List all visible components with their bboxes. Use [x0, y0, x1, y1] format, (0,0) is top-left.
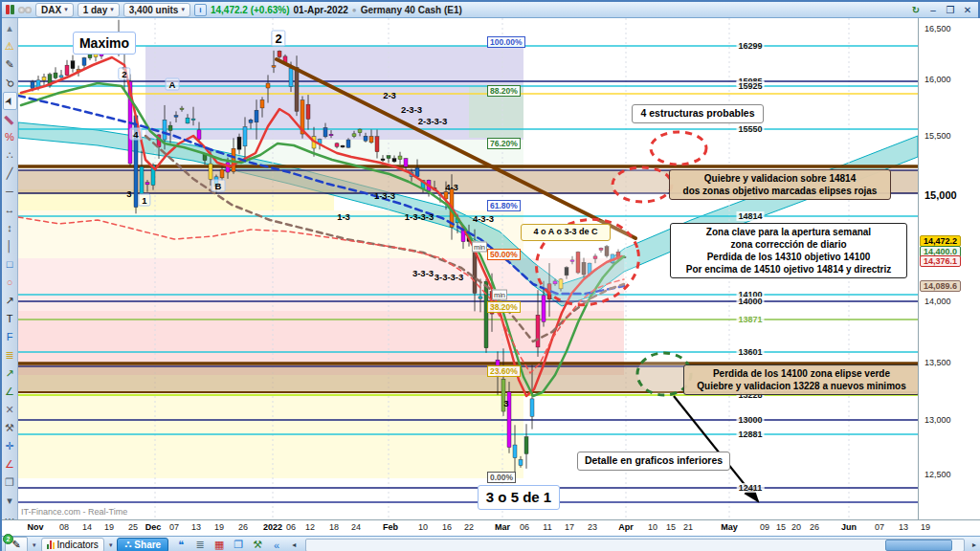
news-icon[interactable]: ≣ — [192, 539, 208, 551]
backtest-icon[interactable]: ⚒ — [250, 539, 265, 551]
bottom-toolbar: ✎2 ▾ Indicators ▾ ∴Share ❝≣▦❐⚒« ◂ ▸ — [2, 536, 980, 551]
tools-icon[interactable]: ⚒ — [3, 419, 17, 437]
collapse-arrow-icon[interactable]: ▴ — [3, 19, 17, 37]
market-name: Germany 40 Cash (E1) — [361, 5, 462, 15]
date-tick: 08 — [59, 522, 69, 532]
restore-button[interactable]: ❐ — [944, 4, 957, 16]
price-tick: 16,000 — [924, 75, 951, 84]
last-price: 14,472.2 (+0.63%) — [211, 5, 290, 15]
comment-icon[interactable]: ❝ — [173, 539, 189, 551]
indicators-button[interactable]: Indicators — [41, 538, 104, 551]
date-tick: 22 — [464, 522, 474, 532]
arrow-tool-icon[interactable]: ↗ — [3, 292, 17, 310]
price-tick: 16,500 — [924, 24, 951, 33]
duplicate-icon[interactable]: ❐ — [3, 474, 17, 492]
fib-fan-icon[interactable]: ≣ — [3, 346, 17, 364]
gann-angle-icon[interactable]: ∠ — [3, 383, 17, 401]
indicators-icon — [47, 540, 55, 549]
current-price-badge: 14,376.1 — [920, 255, 961, 267]
ellipse-tool-icon[interactable]: ○ — [3, 274, 17, 292]
date-tick: 23 — [588, 522, 597, 532]
price-tick: 12,500 — [924, 470, 951, 479]
date-tick: 12 — [305, 522, 315, 532]
date-tick: Jun — [841, 522, 857, 532]
date-tick: 07 — [169, 522, 179, 532]
date-tick: Mar — [495, 522, 510, 532]
prorealtime-window: 1629915985159251555015000148141410014000… — [0, 0, 980, 551]
drawing-toolbar: ▴⚠✎⚲➤▬%∴╱─↔↕│□○↗TF≣↗∠✕⚒✛∠❐▾⋯ — [2, 18, 18, 536]
minimize-button[interactable]: – — [926, 4, 940, 16]
delete-trash-icon[interactable]: ✕ — [3, 401, 17, 419]
angle-measure-icon[interactable]: ∠ — [3, 455, 17, 474]
date-tick: 19 — [104, 522, 114, 532]
horizontal-segment-icon[interactable]: ↔ — [3, 201, 17, 219]
draw-manager-caret[interactable]: ▾ — [33, 541, 36, 549]
chart-canvas[interactable] — [18, 18, 918, 519]
date-tick: 19 — [214, 522, 224, 532]
date-tick: Dec — [145, 522, 162, 532]
more-tools-icon[interactable]: ▾ — [3, 492, 17, 510]
date-tick: Apr — [618, 522, 634, 532]
refresh-icon[interactable]: ↻ — [909, 4, 923, 16]
date-tick: Nov — [27, 522, 43, 532]
price-tick: 15,000 — [924, 189, 957, 201]
capture-icon[interactable]: ❐ — [231, 539, 246, 551]
date-tick: 18 — [329, 522, 339, 532]
date-tick: 13 — [899, 522, 908, 532]
date-tick: 25 — [128, 522, 138, 532]
timeframe-select[interactable]: 1 day▾ — [78, 3, 120, 17]
date-tick: 24 — [351, 522, 361, 532]
text-tool-icon[interactable]: T — [3, 310, 17, 328]
instrument-select[interactable]: DAX▾ — [35, 3, 74, 17]
move-icon[interactable]: ✛ — [3, 437, 17, 455]
date-tick: 21 — [683, 522, 693, 532]
close-button[interactable]: ✕ — [961, 4, 974, 16]
collapse-left-icon[interactable]: « — [269, 540, 284, 551]
draw-manager-button[interactable]: ✎2 — [5, 537, 28, 551]
time-scrollbar[interactable] — [305, 539, 965, 551]
vertical-line-icon[interactable]: │ — [3, 237, 17, 255]
date-tick: Feb — [383, 522, 398, 532]
date-tick: 15 — [666, 522, 676, 532]
titlebar: DAX▾ 1 day▾ 3,400 units▾ i 14,472.2 (+0.… — [2, 2, 978, 18]
cursor-icon[interactable]: ➤ — [3, 92, 17, 110]
units-select[interactable]: 3,400 units▾ — [123, 3, 190, 17]
watermark: IT-Finance.com - Real-Time — [21, 507, 127, 517]
date-tick: 06 — [286, 522, 296, 532]
scroll-left-arrow[interactable]: ◂ — [289, 540, 299, 549]
date-tick: 17 — [565, 522, 574, 532]
scroll-right-arrow[interactable]: ▸ — [969, 540, 979, 549]
ruler-icon[interactable]: ▬ — [3, 110, 17, 128]
current-price-badge: 14,089.6 — [920, 280, 961, 292]
date-tick: 14 — [82, 522, 92, 532]
trend-projection-icon[interactable]: ↗ — [3, 364, 17, 383]
date-tick: 19 — [921, 522, 930, 532]
compare-icon[interactable]: ▦ — [212, 539, 227, 551]
price-axis[interactable]: 16,50016,00015,50015,00014,00013,50013,0… — [918, 18, 980, 519]
trendline-tool-icon[interactable]: ╱ — [3, 165, 17, 183]
price-tick: 13,500 — [924, 358, 951, 367]
price-tick: 13,000 — [924, 415, 951, 425]
indicators-caret[interactable]: ▾ — [109, 541, 113, 549]
link-knobs[interactable] — [18, 5, 32, 15]
rectangle-tool-icon[interactable]: □ — [3, 255, 17, 274]
chart-type-icon[interactable] — [6, 5, 14, 14]
fib-retracement-icon[interactable]: F — [3, 328, 17, 346]
date-tick: 20 — [791, 522, 801, 532]
date-tick: 06 — [520, 522, 529, 532]
zoom-icon[interactable]: ⚲ — [3, 74, 17, 92]
percent-retracement-icon[interactable]: % — [3, 128, 17, 146]
alerts-bell-icon[interactable]: ⚠ — [3, 37, 17, 55]
share-button[interactable]: ∴Share — [117, 538, 168, 551]
date-tick: 2022 — [263, 522, 282, 532]
date-tick: 10 — [418, 522, 428, 532]
date-tick: 09 — [760, 522, 769, 532]
scrollbar-thumb[interactable] — [885, 540, 953, 551]
horizontal-line-icon[interactable]: ─ — [3, 183, 17, 201]
multipoint-line-icon[interactable]: ∴ — [3, 146, 17, 165]
vertical-segment-icon[interactable]: ↕ — [3, 219, 17, 237]
info-icon[interactable]: i — [194, 4, 207, 16]
date-tick: 07 — [875, 522, 884, 532]
market-status-icon: ● — [352, 6, 357, 14]
draw-pencil-icon[interactable]: ✎ — [3, 55, 17, 74]
